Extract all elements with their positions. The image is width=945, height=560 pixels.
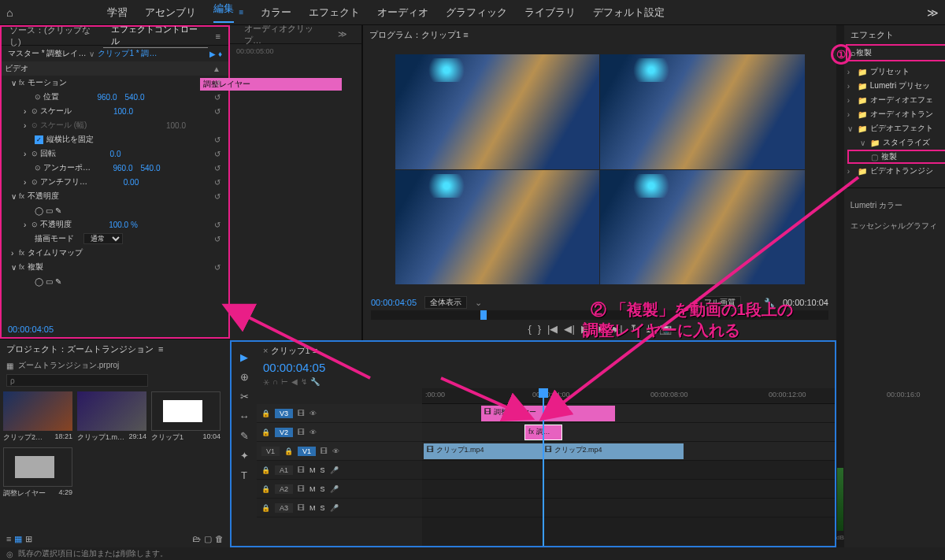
mark-out-icon[interactable]: }: [538, 323, 541, 335]
ripple-tool-icon[interactable]: ✂: [240, 391, 249, 402]
opacity-val[interactable]: 100.0 %: [109, 221, 138, 229]
fx-stylize[interactable]: ∨📁スタイライズ: [847, 135, 945, 150]
type-tool-icon[interactable]: T: [241, 469, 247, 481]
program-monitor: プログラム：クリップ1 ≡ 00:00:04:05 全体表示 ⌄ フル画質 ⌄ …: [362, 25, 836, 340]
tab-library[interactable]: ライブラリ: [524, 6, 576, 20]
fx-duplicate-effect[interactable]: ▢複製: [847, 150, 945, 164]
tab-learn[interactable]: 学習: [107, 6, 128, 20]
antiflicker-val[interactable]: 0.00: [124, 178, 139, 187]
more-workspaces-icon[interactable]: ≫: [927, 6, 939, 19]
tab-graphics[interactable]: グラフィック: [446, 6, 507, 20]
selection-tool-icon[interactable]: ▶: [240, 351, 248, 363]
project-tab[interactable]: プロジェクト：ズームトランジション: [6, 343, 154, 355]
program-tab[interactable]: プログラム：クリップ1: [369, 29, 461, 41]
timeline-panel: × クリップ1 ≡ 00:00:04:05 ⚹∩⊢◀↯🔧 🔒V3🎞👁 🔒V2🎞👁…: [257, 342, 835, 546]
track-select-tool-icon[interactable]: ⊕: [240, 371, 249, 383]
rotation-val[interactable]: 0.0: [110, 150, 121, 158]
opacity-section[interactable]: 不透明度: [28, 191, 59, 202]
mask-ellipse-icon[interactable]: ◯: [35, 206, 43, 215]
edit-menu-icon[interactable]: ≡: [239, 8, 243, 17]
fx-lumetri-presets[interactable]: ›📁Lumetri プリセッ: [847, 79, 945, 93]
mark-in-icon[interactable]: {: [528, 323, 531, 335]
anchor-x[interactable]: 960.0: [113, 164, 132, 172]
program-video-view[interactable]: [395, 54, 805, 284]
track-v2-header[interactable]: 🔒V2🎞👁: [257, 423, 422, 442]
fx-presets[interactable]: ›📁プリセット: [847, 65, 945, 79]
ec-timecode[interactable]: 00:00:04:05: [2, 321, 228, 337]
clip-label[interactable]: クリップ1 * 調…: [98, 48, 157, 59]
ec-ruler-label: 00:00:05:00: [230, 44, 361, 58]
clip-video1[interactable]: 🎞 クリップ1.mp4: [424, 443, 542, 459]
go-in-icon[interactable]: |◀: [547, 323, 558, 335]
mask-rect2-icon[interactable]: ▭: [46, 277, 53, 286]
program-menu-icon[interactable]: ≡: [463, 30, 468, 39]
project-menu-icon[interactable]: ≡: [158, 344, 163, 354]
playhead[interactable]: [543, 388, 544, 546]
fx-audio-trans[interactable]: ›📁オーディオトラン: [847, 107, 945, 121]
new-item-icon[interactable]: ▢: [204, 534, 212, 544]
tab-effect-controls[interactable]: エフェクトコントロール: [103, 24, 208, 48]
lumetri-color-panel[interactable]: Lumetri カラー: [844, 195, 945, 216]
project-item[interactable]: クリップ1.m…29:14: [77, 391, 146, 443]
tl-menu-icon[interactable]: ≡: [313, 346, 317, 355]
new-bin-icon[interactable]: 🗁: [192, 534, 201, 544]
project-item[interactable]: 調整レイヤー4:29: [3, 447, 72, 499]
effects-search-input[interactable]: [856, 49, 945, 57]
project-search[interactable]: [6, 374, 148, 387]
effect-controls-panel: ソース：(クリップなし) エフェクトコントロール ≡ マスター * 調整レイ… …: [0, 25, 230, 339]
step-back-icon[interactable]: ◀|: [564, 323, 574, 335]
clip-video2[interactable]: 🎞 クリップ2.mp4: [542, 443, 684, 459]
blend-mode-select[interactable]: 通常: [83, 233, 123, 244]
timeline-timecode[interactable]: 00:00:04:05: [263, 361, 325, 374]
tab-default[interactable]: デフォルト設定: [593, 6, 665, 20]
audio-clip-tab[interactable]: オーディオクリップ…: [236, 23, 330, 46]
project-item[interactable]: クリップ110:04: [151, 391, 220, 443]
tab-edit[interactable]: 編集: [213, 2, 234, 23]
ec-menu-icon[interactable]: ≡: [208, 32, 228, 41]
mask-ellipse2-icon[interactable]: ◯: [35, 277, 43, 286]
duplicate-section[interactable]: 複製: [28, 261, 43, 273]
home-icon[interactable]: ⌂: [6, 6, 13, 19]
effects-tab[interactable]: エフェクト: [850, 29, 894, 41]
project-item[interactable]: クリップ2…18:21: [3, 391, 72, 443]
lock-aspect-checkbox[interactable]: ✓: [35, 135, 43, 144]
position-y[interactable]: 540.0: [125, 93, 145, 102]
anchor-y[interactable]: 540.0: [141, 164, 161, 172]
timeremap-section[interactable]: タイムリマップ: [28, 247, 83, 258]
slip-tool-icon[interactable]: ↔: [239, 410, 250, 422]
video-header: ビデオ: [5, 63, 28, 74]
sequence-tab[interactable]: クリップ1: [271, 345, 310, 357]
trash-icon[interactable]: 🗑: [215, 534, 224, 544]
fx-video-trans[interactable]: ›📁ビデオトランジシ: [847, 164, 945, 178]
program-timecode[interactable]: 00:00:04:05: [371, 298, 417, 307]
scale-label: スケール: [40, 106, 72, 117]
fx-audio-effects[interactable]: ›📁オーディオエフェ: [847, 93, 945, 107]
track-a3-header[interactable]: 🔒A3🎞MS🎤: [257, 499, 422, 517]
position-x[interactable]: 960.0: [97, 93, 117, 102]
essential-graphics-panel[interactable]: エッセンシャルグラフィ: [844, 216, 945, 236]
clip-adjustment-layer-v3[interactable]: 🎞 調整レイヤー: [481, 406, 615, 421]
pen-tool-icon[interactable]: ✎: [240, 430, 249, 442]
tab-color[interactable]: カラー: [261, 6, 291, 20]
program-fit-select[interactable]: 全体表示: [424, 296, 467, 309]
hand-tool-icon[interactable]: ✦: [240, 450, 249, 462]
track-v3-header[interactable]: 🔒V3🎞👁: [257, 404, 422, 423]
track-v1-header[interactable]: V1🔒V1🎞👁: [257, 442, 422, 461]
icon-view-icon[interactable]: ▦: [14, 534, 22, 544]
tab-audio[interactable]: オーディオ: [377, 6, 428, 20]
list-view-icon[interactable]: ≡: [6, 534, 11, 544]
motion-section[interactable]: モーション: [28, 77, 67, 88]
freeform-view-icon[interactable]: ⊞: [25, 534, 32, 544]
mask-pen2-icon[interactable]: ✎: [55, 277, 61, 286]
tab-effects[interactable]: エフェクト: [309, 6, 360, 20]
tab-assembly[interactable]: アセンブリ: [145, 6, 196, 20]
bin-icon[interactable]: ▦: [6, 362, 13, 370]
fx-video-effects[interactable]: ∨📁ビデオエフェクト: [847, 121, 945, 135]
track-a1-header[interactable]: 🔒A1🎞MS🎤: [257, 461, 422, 480]
mask-rect-icon[interactable]: ▭: [46, 206, 53, 215]
track-a2-header[interactable]: 🔒A2🎞MS🎤: [257, 480, 422, 499]
tab-source[interactable]: ソース：(クリップなし): [2, 24, 103, 48]
track-area[interactable]: :00:00 00:00:04:00 00:00:08:00 00:00:12:…: [422, 388, 835, 546]
scale-val[interactable]: 100.0: [113, 107, 133, 116]
mask-pen-icon[interactable]: ✎: [55, 206, 61, 215]
